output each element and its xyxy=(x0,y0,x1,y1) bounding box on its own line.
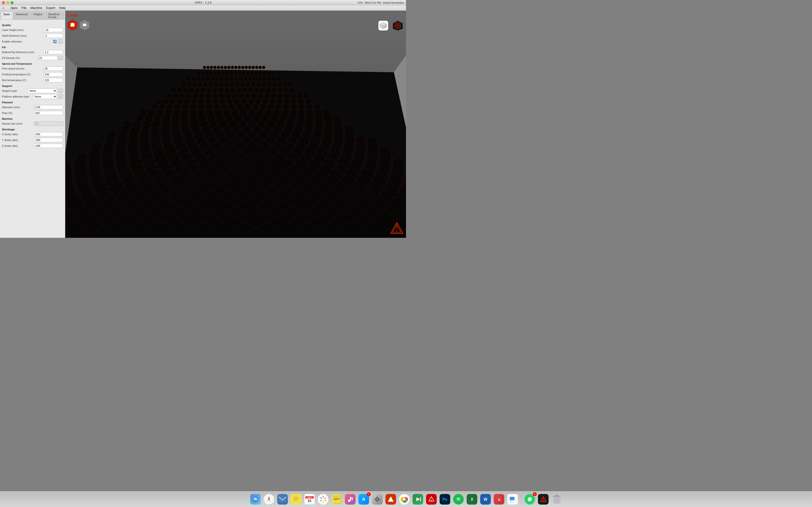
shell-thickness-row: Shell thickness (mm) xyxy=(2,33,63,38)
nozzle-size-label: Nozzle size (mm) xyxy=(2,122,34,125)
print-speed-row: Print speed (mm/s) xyxy=(2,66,63,71)
apple-menu[interactable]:  xyxy=(1,6,6,10)
tab-gcode[interactable]: Start/End-GCode xyxy=(45,12,64,19)
maximize-button[interactable] xyxy=(11,1,13,4)
print-speed-input[interactable] xyxy=(44,66,63,71)
svg-rect-4 xyxy=(83,24,86,26)
retraction-dots-button[interactable]: ... xyxy=(58,39,63,44)
layer-height-input[interactable] xyxy=(44,28,63,32)
diameter-label: Diameter (mm) xyxy=(2,106,34,109)
app-body: Basic Advanced Plugins Start/End-GCode Q… xyxy=(0,11,406,238)
support-type-dropdown-wrap: None Touching buildplate Everywhere ... xyxy=(28,89,63,93)
enable-retraction-row: Enable retraction ... xyxy=(2,39,63,44)
enable-retraction-checkbox[interactable] xyxy=(53,40,57,43)
hex-secondary-icon[interactable] xyxy=(79,19,90,31)
section-shrinkage-title: Shrinkage xyxy=(2,128,63,131)
tab-advanced[interactable]: Advanced xyxy=(13,12,31,19)
support-type-row: Support type None Touching buildplate Ev… xyxy=(2,89,63,93)
section-fill-title: Fill xyxy=(2,46,63,49)
fill-density-row: Fill Density (%) ... xyxy=(2,56,63,60)
battery-status: 14% xyxy=(357,1,363,4)
platform-adhesion-dropdown-wrap: None Brim Raft ... xyxy=(33,94,63,99)
tab-basic[interactable]: Basic xyxy=(1,12,13,19)
titlebar: APEX - 1.3.8 14% Wed 4:41 PM Daniel Hern… xyxy=(0,0,406,5)
tab-plugins[interactable]: Plugins xyxy=(31,12,45,19)
fill-density-dots-button[interactable]: ... xyxy=(58,56,63,60)
minimize-button[interactable] xyxy=(6,1,9,4)
nozzle-size-input xyxy=(34,121,63,126)
layer-height-label: Layer height (mm) xyxy=(2,29,44,32)
print-speed-label: Print speed (mm/s) xyxy=(2,67,44,70)
support-type-dots-button[interactable]: ... xyxy=(58,89,63,93)
shell-thickness-input[interactable] xyxy=(44,34,63,38)
z-body-ratio-input[interactable] xyxy=(34,144,63,148)
layer-height-row: Layer height (mm) xyxy=(2,27,63,32)
flow-label: Flow (%) xyxy=(2,112,34,114)
viewport[interactable]: Load xyxy=(65,11,406,238)
menu-apex[interactable]: Apex xyxy=(8,6,19,10)
platform-adhesion-row: Platform adhesion type None Brim Raft ..… xyxy=(2,94,63,99)
menubar:  Apex File Machine Expert Help xyxy=(0,5,406,11)
hex-grid-canvas xyxy=(65,11,406,238)
printing-temp-row: Printing temperature (C) xyxy=(2,72,63,77)
bottom-top-thickness-row: Bottom/Top thickness (mm) xyxy=(2,50,63,55)
z-body-ratio-label: Z (body ratio) xyxy=(2,145,34,147)
username: Daniel Hernandez xyxy=(383,1,404,4)
menu-machine[interactable]: Machine xyxy=(29,6,44,10)
support-type-label: Support type xyxy=(2,89,28,92)
tab-bar: Basic Advanced Plugins Start/End-GCode xyxy=(0,11,65,20)
bed-temp-label: Bed temperature (C) xyxy=(2,79,44,81)
window-controls xyxy=(2,1,13,4)
y-body-ratio-row: Y (body ratio) xyxy=(2,137,63,143)
brand-logo xyxy=(390,221,404,236)
section-machine-title: Machine xyxy=(2,117,63,120)
bed-temp-row: Bed temperature (C) xyxy=(2,78,63,82)
window-title: APEX - 1.3.8 xyxy=(195,1,211,4)
printing-temp-label: Printing temperature (C) xyxy=(2,73,44,76)
section-filament-title: Filament xyxy=(2,101,63,104)
x-body-ratio-input[interactable] xyxy=(34,132,63,136)
section-quality-title: Quality xyxy=(2,24,63,26)
y-body-ratio-input[interactable] xyxy=(34,138,63,142)
section-support-title: Support xyxy=(2,84,63,88)
datetime: Wed 4:41 PM xyxy=(365,1,380,4)
enable-retraction-label: Enable retraction xyxy=(2,40,53,43)
y-body-ratio-label: Y (body ratio) xyxy=(2,138,34,142)
shell-thickness-label: Shell thickness (mm) xyxy=(2,34,44,37)
printing-temp-input[interactable] xyxy=(44,72,63,76)
menu-help[interactable]: Help xyxy=(57,6,67,10)
bottom-top-thickness-input[interactable] xyxy=(44,50,63,54)
z-body-ratio-row: Z (body ratio) xyxy=(2,144,63,148)
bed-temp-input[interactable] xyxy=(44,78,63,82)
cube-icon[interactable] xyxy=(377,19,390,32)
camera-icon[interactable] xyxy=(392,19,404,32)
bottom-top-thickness-label: Bottom/Top thickness (mm) xyxy=(2,51,44,54)
menu-file[interactable]: File xyxy=(19,6,29,10)
platform-adhesion-dots-button[interactable]: ... xyxy=(58,95,63,99)
load-label: Load xyxy=(67,12,78,17)
sidebar: Basic Advanced Plugins Start/End-GCode Q… xyxy=(0,11,65,238)
sidebar-content: Quality Layer height (mm) Shell thicknes… xyxy=(0,20,65,151)
load-button[interactable]: Load xyxy=(67,12,78,18)
x-body-ratio-label: X (body ratio) xyxy=(2,133,34,136)
x-body-ratio-row: X (body ratio) xyxy=(2,132,63,137)
close-button[interactable] xyxy=(2,1,5,4)
flow-row: Flow (%) xyxy=(2,111,63,115)
right-toolbar xyxy=(377,19,404,32)
platform-adhesion-label: Platform adhesion type xyxy=(2,95,33,98)
flow-input[interactable] xyxy=(34,111,63,115)
hex-load-icon[interactable] xyxy=(67,19,78,31)
nozzle-size-row: Nozzle size (mm) xyxy=(2,121,63,126)
fill-density-label: Fill Density (%) xyxy=(2,56,38,59)
svg-point-13 xyxy=(397,25,398,26)
platform-adhesion-select[interactable]: None Brim Raft xyxy=(33,94,57,99)
diameter-input[interactable] xyxy=(34,105,63,109)
diameter-row: Diameter (mm) xyxy=(2,105,63,110)
menu-expert[interactable]: Expert xyxy=(44,6,57,10)
fill-density-input[interactable] xyxy=(38,56,57,60)
hex-toolbar xyxy=(67,19,90,31)
support-type-select[interactable]: None Touching buildplate Everywhere xyxy=(28,89,57,93)
titlebar-right: 14% Wed 4:41 PM Daniel Hernandez xyxy=(357,1,404,4)
section-speed-title: Speed and Temperature xyxy=(2,62,63,65)
